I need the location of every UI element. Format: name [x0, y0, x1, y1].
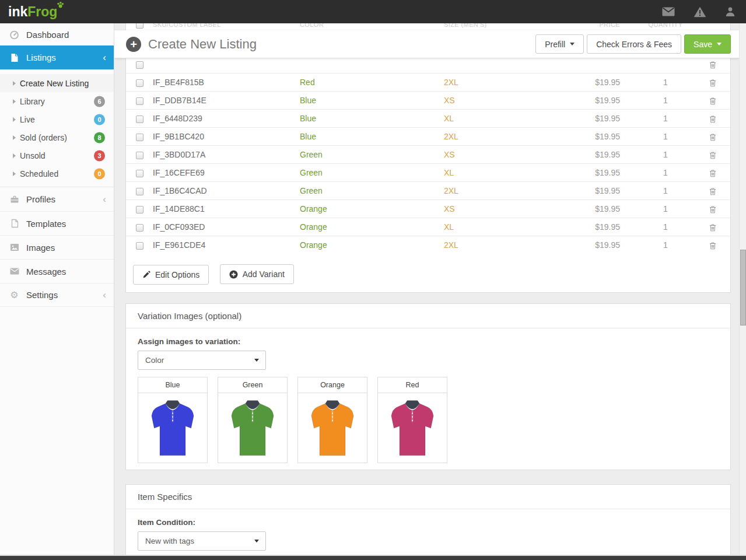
sidebar-item-label: Images: [26, 243, 55, 253]
color-link[interactable]: Orange: [300, 204, 327, 214]
table-row: IF_BE4F815B Red 2XL $19.95 1: [126, 73, 730, 91]
quantity-cell: 1: [636, 240, 695, 250]
row-checkbox[interactable]: [136, 134, 143, 141]
delete-icon[interactable]: [709, 223, 716, 232]
user-icon[interactable]: [725, 6, 736, 17]
sidebar-item-profiles[interactable]: Profiles ‹: [0, 187, 114, 211]
sidebar-subitem[interactable]: Live 0: [0, 110, 114, 128]
size-link[interactable]: XS: [444, 150, 455, 159]
delete-icon[interactable]: [709, 133, 716, 141]
variation-image-card[interactable]: Blue: [138, 377, 208, 463]
color-link[interactable]: Red: [300, 78, 315, 87]
delete-icon[interactable]: [709, 187, 716, 195]
variation-card-label: Orange: [298, 377, 367, 393]
sidebar-subitem[interactable]: Unsold 3: [0, 146, 114, 164]
item-condition-select[interactable]: New with tags: [138, 531, 266, 551]
quantity-cell: 1: [636, 132, 695, 141]
vertical-scrollbar[interactable]: [739, 23, 746, 560]
dashboard-icon: [9, 30, 19, 40]
item-condition-value: New with tags: [145, 537, 194, 545]
sidebar-item-settings[interactable]: ⚙ Settings ‹: [0, 283, 114, 307]
row-checkbox[interactable]: [136, 206, 143, 214]
row-checkbox[interactable]: [136, 79, 143, 87]
size-link[interactable]: XS: [444, 204, 455, 214]
briefcase-icon: [9, 194, 19, 204]
quantity-cell: 1: [636, 114, 695, 123]
delete-icon[interactable]: [709, 169, 716, 177]
scrollbar-thumb[interactable]: [740, 250, 746, 326]
delete-icon[interactable]: [709, 97, 716, 105]
size-link[interactable]: XL: [444, 222, 454, 232]
save-button[interactable]: Save: [684, 34, 731, 54]
variation-select[interactable]: Color: [138, 351, 266, 370]
size-link[interactable]: XL: [444, 168, 454, 177]
table-row: IF_1B6C4CAD Green 2XL $19.95 1: [126, 181, 730, 200]
bottom-scrollbar[interactable]: [0, 555, 746, 560]
inkfrog-logo[interactable]: inkFrog: [8, 0, 57, 23]
alert-icon[interactable]: [694, 6, 706, 18]
price-cell: $19.95: [584, 132, 636, 141]
sidebar-item-images[interactable]: Images: [0, 235, 114, 259]
row-checkbox[interactable]: [136, 97, 143, 105]
sidebar-subitem[interactable]: Sold (orders) 8: [0, 128, 114, 146]
row-checkbox[interactable]: [136, 188, 143, 195]
sidebar-item-messages[interactable]: Messages: [0, 259, 114, 283]
add-variant-button[interactable]: Add Variant: [220, 264, 294, 284]
topbar: inkFrog: [0, 0, 746, 23]
variation-image-card[interactable]: Green: [218, 377, 288, 463]
add-variant-label: Add Variant: [243, 270, 285, 279]
row-checkbox[interactable]: [136, 116, 143, 123]
prefill-button[interactable]: Prefill: [535, 34, 584, 54]
polo-shirt-image: [387, 397, 438, 459]
sidebar-subitem[interactable]: Scheduled 0: [0, 164, 114, 183]
sidebar-item-label: Messages: [26, 267, 66, 276]
price-cell: $19.95: [584, 96, 636, 105]
color-link[interactable]: Orange: [300, 240, 327, 250]
color-link[interactable]: Blue: [300, 96, 316, 105]
sidebar-item-templates[interactable]: Templates: [0, 211, 114, 235]
size-link[interactable]: 2XL: [444, 186, 458, 195]
edit-options-button[interactable]: Edit Options: [133, 265, 209, 285]
mail-icon[interactable]: [662, 7, 675, 16]
caret-right-icon: [13, 99, 16, 104]
file-outline-icon: [9, 219, 19, 229]
size-link[interactable]: 2XL: [444, 78, 458, 87]
color-link[interactable]: Blue: [300, 114, 316, 123]
quantity-cell: 1: [636, 96, 695, 105]
sidebar-item-label: Templates: [26, 219, 66, 229]
delete-icon[interactable]: [709, 115, 716, 123]
color-link[interactable]: Orange: [300, 222, 327, 232]
caret-right-icon: [13, 117, 16, 122]
sidebar-item-listings[interactable]: Listings ‹: [0, 46, 114, 69]
delete-icon[interactable]: [709, 151, 716, 159]
quantity-cell: 1: [636, 168, 695, 177]
chevron-down-icon: [717, 43, 722, 46]
size-link[interactable]: 2XL: [444, 132, 458, 141]
color-link[interactable]: Green: [300, 186, 323, 195]
color-link[interactable]: Green: [300, 150, 323, 159]
row-checkbox[interactable]: [136, 224, 143, 232]
color-link[interactable]: Green: [300, 168, 323, 177]
row-checkbox[interactable]: [136, 170, 143, 177]
row-checkbox[interactable]: [136, 242, 143, 250]
sidebar-item-dashboard[interactable]: Dashboard: [0, 23, 114, 46]
delete-icon[interactable]: [709, 79, 716, 87]
sidebar-subitem[interactable]: Create New Listing: [0, 74, 114, 92]
row-checkbox[interactable]: [136, 152, 143, 159]
quantity-cell: 1: [636, 150, 695, 159]
check-errors-fees-button[interactable]: Check Errors & Fees: [587, 34, 681, 54]
sku-cell: IF_16CEFE69: [147, 168, 294, 177]
row-checkbox[interactable]: [136, 61, 143, 69]
quantity-cell: 1: [636, 186, 695, 195]
color-link[interactable]: Blue: [300, 132, 316, 141]
delete-icon[interactable]: [709, 205, 716, 214]
delete-icon[interactable]: [709, 242, 716, 250]
variation-image-card[interactable]: Red: [377, 377, 447, 463]
sidebar-subitem[interactable]: Library 6: [0, 92, 114, 110]
size-link[interactable]: XS: [444, 96, 455, 105]
variation-image-card[interactable]: Orange: [297, 377, 367, 463]
size-link[interactable]: XL: [444, 114, 454, 123]
polo-shirt-image: [227, 397, 278, 459]
delete-icon[interactable]: [709, 61, 716, 69]
size-link[interactable]: 2XL: [444, 240, 458, 250]
